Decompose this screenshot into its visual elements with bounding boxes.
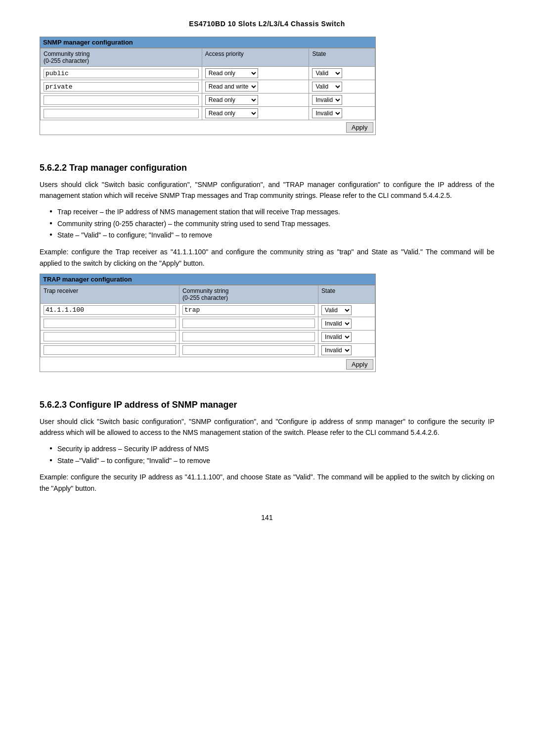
bullet-562-1: Trap receiver – the IP address of NMS ma… bbox=[49, 206, 494, 218]
trap-state-select[interactable]: ValidInvalid bbox=[321, 319, 352, 329]
trap-community-cell[interactable] bbox=[179, 317, 318, 330]
snmp-access-cell[interactable]: Read onlyRead and write bbox=[202, 80, 309, 94]
snmp-access-select[interactable]: Read onlyRead and write bbox=[205, 108, 258, 118]
snmp-col-state: State bbox=[309, 48, 375, 67]
trap-col-community: Community string(0-255 character) bbox=[179, 285, 318, 303]
snmp-table-row: Read onlyRead and writeValidInvalid bbox=[41, 107, 375, 120]
trap-receiver-cell[interactable] bbox=[41, 303, 179, 317]
trap-state-cell[interactable]: ValidInvalid bbox=[318, 343, 375, 357]
snmp-access-select[interactable]: Read onlyRead and write bbox=[205, 82, 258, 92]
section-563-heading: 5.6.2.3 Configure IP address of SNMP man… bbox=[40, 400, 494, 410]
trap-table-row: ValidInvalid bbox=[41, 330, 375, 343]
snmp-state-select[interactable]: ValidInvalid bbox=[312, 108, 342, 118]
trap-receiver-cell[interactable] bbox=[41, 343, 179, 357]
trap-community-cell[interactable] bbox=[179, 303, 318, 317]
bullet-562-2: Community string (0-255 character) – the… bbox=[49, 218, 494, 230]
trap-table-row: ValidInvalid bbox=[41, 343, 375, 357]
section-562: 5.6.2.2 Trap manager configuration Users… bbox=[40, 163, 494, 269]
section-562-bullets: Trap receiver – the IP address of NMS ma… bbox=[49, 206, 494, 241]
trap-state-select[interactable]: ValidInvalid bbox=[321, 332, 352, 342]
snmp-state-cell[interactable]: ValidInvalid bbox=[309, 94, 375, 107]
section-562-para1: Users should click "Switch basic configu… bbox=[40, 179, 494, 201]
trap-community-cell[interactable] bbox=[179, 330, 318, 343]
snmp-state-cell[interactable]: ValidInvalid bbox=[309, 107, 375, 120]
bullet-563-1: Security ip address – Security IP addres… bbox=[49, 443, 494, 455]
snmp-col-community: Community string(0-255 character) bbox=[41, 48, 202, 67]
snmp-table-row: Read onlyRead and writeValidInvalid bbox=[41, 94, 375, 107]
section-562-heading: 5.6.2.2 Trap manager configuration bbox=[40, 163, 494, 173]
trap-state-cell[interactable]: ValidInvalid bbox=[318, 317, 375, 330]
trap-state-select[interactable]: ValidInvalid bbox=[321, 305, 352, 315]
snmp-community-cell[interactable] bbox=[41, 94, 202, 107]
snmp-access-cell[interactable]: Read onlyRead and write bbox=[202, 107, 309, 120]
snmp-state-cell[interactable]: ValidInvalid bbox=[309, 67, 375, 80]
trap-col-state: State bbox=[318, 285, 375, 303]
trap-community-input[interactable] bbox=[182, 332, 315, 341]
snmp-table-title: SNMP manager configuration bbox=[40, 37, 375, 48]
snmp-apply-cell: Apply bbox=[41, 120, 375, 135]
snmp-manager-table: Community string(0-255 character) Access… bbox=[40, 48, 375, 135]
trap-receiver-cell[interactable] bbox=[41, 317, 179, 330]
snmp-state-select[interactable]: ValidInvalid bbox=[312, 95, 342, 105]
snmp-table-row: Read onlyRead and writeValidInvalid bbox=[41, 67, 375, 80]
trap-community-input[interactable] bbox=[182, 305, 315, 315]
trap-receiver-cell[interactable] bbox=[41, 330, 179, 343]
trap-state-select[interactable]: ValidInvalid bbox=[321, 345, 352, 355]
section-563: 5.6.2.3 Configure IP address of SNMP man… bbox=[40, 400, 494, 494]
snmp-community-input[interactable] bbox=[44, 69, 199, 78]
trap-table-title: TRAP manager configuration bbox=[40, 274, 375, 285]
trap-receiver-input[interactable] bbox=[44, 332, 176, 341]
trap-state-cell[interactable]: ValidInvalid bbox=[318, 330, 375, 343]
snmp-table-row: Read onlyRead and writeValidInvalid bbox=[41, 80, 375, 94]
trap-apply-cell: Apply bbox=[41, 357, 375, 372]
bullet-562-3: State – "Valid" – to configure; "Invalid… bbox=[49, 230, 494, 241]
snmp-apply-button[interactable]: Apply bbox=[346, 122, 373, 133]
trap-community-input[interactable] bbox=[182, 345, 315, 355]
snmp-col-access: Access priority bbox=[202, 48, 309, 67]
snmp-state-select[interactable]: ValidInvalid bbox=[312, 68, 342, 78]
page-header: ES4710BD 10 Slots L2/L3/L4 Chassis Switc… bbox=[40, 20, 494, 28]
page-number: 141 bbox=[40, 514, 494, 521]
section-563-bullets: Security ip address – Security IP addres… bbox=[49, 443, 494, 467]
trap-table-row: ValidInvalid bbox=[41, 317, 375, 330]
snmp-community-cell[interactable] bbox=[41, 80, 202, 94]
section-563-example: Example: configure the security IP addre… bbox=[40, 472, 494, 494]
trap-community-cell[interactable] bbox=[179, 343, 318, 357]
snmp-state-select[interactable]: ValidInvalid bbox=[312, 82, 342, 92]
bullet-563-2: State –"Valid" – to configure; "Invalid"… bbox=[49, 455, 494, 467]
trap-state-cell[interactable]: ValidInvalid bbox=[318, 303, 375, 317]
header-title: ES4710BD 10 Slots L2/L3/L4 Chassis Switc… bbox=[189, 20, 345, 28]
snmp-community-input[interactable] bbox=[44, 95, 199, 105]
section-563-para1: User should click "Switch basic configur… bbox=[40, 416, 494, 438]
snmp-access-select[interactable]: Read onlyRead and write bbox=[205, 95, 258, 105]
snmp-community-input[interactable] bbox=[44, 82, 199, 92]
trap-manager-table-wrapper: TRAP manager configuration Trap receiver… bbox=[40, 274, 376, 372]
snmp-access-cell[interactable]: Read onlyRead and write bbox=[202, 94, 309, 107]
trap-receiver-input[interactable] bbox=[44, 319, 176, 328]
snmp-access-select[interactable]: Read onlyRead and write bbox=[205, 68, 258, 78]
trap-community-input[interactable] bbox=[182, 319, 315, 328]
snmp-manager-table-wrapper: SNMP manager configuration Community str… bbox=[40, 37, 376, 135]
section-562-example: Example: configure the Trap receiver as … bbox=[40, 246, 494, 269]
trap-table-row: ValidInvalid bbox=[41, 303, 375, 317]
trap-manager-table: Trap receiver Community string(0-255 cha… bbox=[40, 285, 375, 372]
trap-apply-button[interactable]: Apply bbox=[346, 359, 373, 370]
snmp-community-input[interactable] bbox=[44, 109, 199, 118]
snmp-community-cell[interactable] bbox=[41, 107, 202, 120]
snmp-state-cell[interactable]: ValidInvalid bbox=[309, 80, 375, 94]
snmp-access-cell[interactable]: Read onlyRead and write bbox=[202, 67, 309, 80]
snmp-community-cell[interactable] bbox=[41, 67, 202, 80]
trap-col-receiver: Trap receiver bbox=[41, 285, 179, 303]
trap-receiver-input[interactable] bbox=[44, 305, 176, 315]
trap-receiver-input[interactable] bbox=[44, 345, 176, 355]
